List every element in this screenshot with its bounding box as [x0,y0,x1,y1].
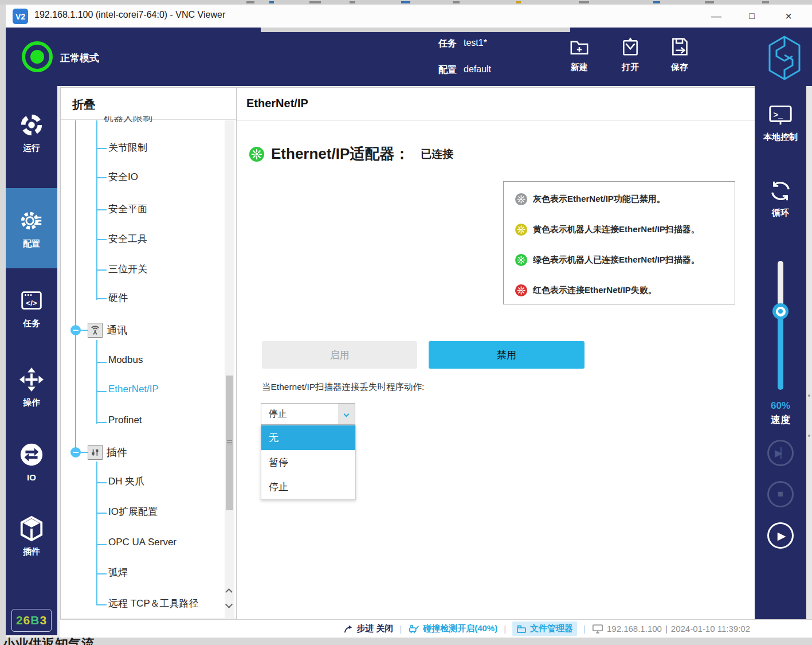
sidebar-item-task[interactable]: </> 任务 [6,274,57,342]
app-window: 正常模式 任务 test1* 配置 default 新建 打开 [6,28,812,638]
tree-item-opc-ua-server[interactable]: OPC UA Server [108,537,176,552]
sidebar-item-io[interactable]: IO [6,428,57,495]
sidebar-item-operate[interactable]: 操作 [6,353,57,421]
minimize-button[interactable]: — [704,5,729,28]
tree-item-modbus[interactable]: Modbus [108,354,143,369]
collision-robot-icon [408,624,419,634]
tree-item-ethernet-ip[interactable]: EtherNet/IP [108,384,159,398]
yellow-status-icon [515,224,527,236]
legend-row-yellow: 黄色表示机器人未连接EtherNet/IP扫描器。 [515,222,700,236]
comm-node-icon [88,323,103,338]
step-mode-toggle[interactable]: 步进 关闭 [343,623,393,634]
speed-label: 速度 [755,413,806,427]
scrollbar-thumb[interactable] [226,376,233,510]
vnc-titlebar: V2 192.168.1.100 (intel-corei7-64:0) - V… [6,5,812,28]
loop-button[interactable]: 循环 [755,178,806,218]
tree-trunk-line [75,120,76,453]
red-status-icon [515,284,527,296]
step-forward-button[interactable]: ▶▏ [767,440,794,466]
collapse-header[interactable]: 折叠 [61,88,236,120]
open-button[interactable]: 打开 [610,33,650,81]
config-value: default [464,64,491,76]
option-stop[interactable]: 停止 [261,475,355,499]
new-button[interactable]: 新建 [559,33,599,81]
separator: | [583,624,586,634]
svg-text:</>: </> [26,298,37,307]
file-manager-button[interactable]: 文件管理器 [512,621,577,636]
tree-item-hardware[interactable]: 硬件 [108,291,128,306]
save-button[interactable]: 保存 [660,33,700,81]
page-title: EtherNet/IP [246,97,308,110]
chevron-down-icon [344,411,350,417]
cycle-icon [767,178,794,204]
tree-scrollbar[interactable] [225,120,234,620]
tree-item-arc-welding[interactable]: 弧焊 [108,566,128,581]
status-badge: 26B3 [11,609,52,632]
tree-item-safety-plane[interactable]: 安全平面 [108,202,147,217]
maximize-button[interactable]: □ [739,5,764,28]
adapter-status-value: 已连接 [421,147,453,162]
move-arrows-icon [18,366,45,393]
task-label: 任务 [438,38,457,50]
tree-item-profinet[interactable]: Profinet [108,415,142,429]
sidebar-item-run[interactable]: 运行 [6,99,57,166]
play-button[interactable]: ▶ [767,522,794,549]
tree-item-safety-io[interactable]: 安全IO [108,170,138,185]
collapse-toggle-comm[interactable] [70,325,81,335]
ip-address: 192.168.1.100 [607,624,662,634]
tree-item-clipped: 机器人限制 [104,116,172,124]
tree-item-io-extension[interactable]: IO扩展配置 [108,505,158,520]
legend-row-red: 红色表示连接EtherNet/IP失败。 [515,283,657,297]
adapter-status-row: Ethernet/IP适配器： 已连接 [249,144,453,164]
stop-button[interactable]: ■ [767,481,794,507]
mode-status-icon [22,41,53,72]
sidebar-item-config[interactable]: 配置 [6,188,57,268]
option-pause[interactable]: 暂停 [261,450,355,475]
tree-item-dh-gripper[interactable]: DH 夹爪 [108,475,144,490]
disable-button[interactable]: 禁用 [429,341,585,369]
select-chevron-box[interactable] [338,404,355,424]
cube-icon [18,515,45,542]
tree-node-comm[interactable]: 通讯 [107,323,127,337]
left-sidebar: 运行 配置 </> 任务 操作 [6,86,57,635]
green-status-icon [515,254,527,266]
step-arrow-icon [343,624,353,634]
terminal-icon: >_ [767,102,794,128]
tree-item-joint-limits[interactable]: 关节限制 [108,141,147,156]
separator: | [504,624,506,634]
brand-logo [767,34,802,81]
code-window-icon: </> [18,287,45,314]
scroll-up-icon[interactable] [225,588,233,596]
local-control-button[interactable]: >_ 本地控制 [755,102,806,143]
collapse-toggle-plugin[interactable] [70,447,81,458]
tree-item-remote-tcp[interactable]: 远程 TCP＆工具路径 [108,597,199,612]
io-icon [18,441,45,468]
speed-slider-handle[interactable] [772,303,789,319]
collision-detection-toggle[interactable]: 碰撞检测开启(40%) [408,623,497,634]
config-tree-panel: 折叠 机器人限制 关节限制 安全IO 安全平面 安全工具 三位开关 硬件 [60,87,237,619]
scroll-down-icon[interactable] [225,601,233,608]
tree-item-safety-tool[interactable]: 安全工具 [108,232,147,247]
sidebar-item-plugin[interactable]: 插件 [6,502,57,570]
speed-percent: 60% [755,400,806,412]
option-none[interactable]: 无 [261,425,355,450]
right-sidebar: >_ 本地控制 循环 60% 速度 ▶▏ ■ ▶ [755,86,806,619]
svg-text:>_: >_ [774,110,783,119]
save-icon [668,36,691,58]
connection-info: 192.168.1.100|2024-01-10 11:39:02 [592,624,750,634]
select-options-list: 无 暂停 停止 [261,425,356,500]
task-value: test1* [464,38,487,50]
close-button[interactable]: × [776,5,801,28]
adapter-status-icon [249,147,264,162]
speed-slider-fill[interactable] [778,311,783,390]
background-window-edge [0,0,812,5]
tree-item-three-position-switch[interactable]: 三位开关 [108,263,147,277]
separator: | [399,624,402,634]
program-action-select[interactable]: 停止 [261,403,355,425]
header-notch [261,28,570,32]
gray-status-icon [515,193,527,205]
tree-node-plugin[interactable]: 插件 [107,445,127,459]
datetime: 2024-01-10 11:39:02 [671,624,750,634]
enable-button[interactable]: 启用 [262,341,417,369]
new-folder-icon [568,36,591,58]
